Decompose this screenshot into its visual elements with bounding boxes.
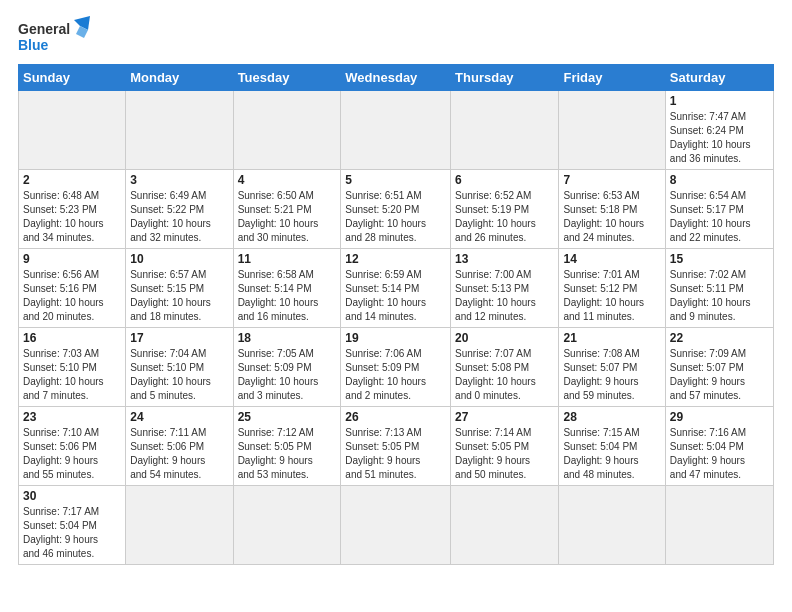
weekday-header-sunday: Sunday: [19, 65, 126, 91]
calendar-cell: 17Sunrise: 7:04 AM Sunset: 5:10 PM Dayli…: [126, 328, 233, 407]
day-info: Sunrise: 6:52 AM Sunset: 5:19 PM Dayligh…: [455, 189, 554, 245]
week-row-4: 23Sunrise: 7:10 AM Sunset: 5:06 PM Dayli…: [19, 407, 774, 486]
calendar-cell: 16Sunrise: 7:03 AM Sunset: 5:10 PM Dayli…: [19, 328, 126, 407]
day-number: 23: [23, 410, 121, 424]
calendar-cell: 25Sunrise: 7:12 AM Sunset: 5:05 PM Dayli…: [233, 407, 341, 486]
calendar-cell: [665, 486, 773, 565]
calendar-cell: 24Sunrise: 7:11 AM Sunset: 5:06 PM Dayli…: [126, 407, 233, 486]
weekday-header-saturday: Saturday: [665, 65, 773, 91]
calendar-cell: 21Sunrise: 7:08 AM Sunset: 5:07 PM Dayli…: [559, 328, 665, 407]
day-info: Sunrise: 6:58 AM Sunset: 5:14 PM Dayligh…: [238, 268, 337, 324]
calendar-cell: [451, 91, 559, 170]
weekday-header-friday: Friday: [559, 65, 665, 91]
svg-text:General: General: [18, 21, 70, 37]
day-info: Sunrise: 7:11 AM Sunset: 5:06 PM Dayligh…: [130, 426, 228, 482]
day-info: Sunrise: 6:51 AM Sunset: 5:20 PM Dayligh…: [345, 189, 446, 245]
day-info: Sunrise: 7:08 AM Sunset: 5:07 PM Dayligh…: [563, 347, 660, 403]
day-number: 26: [345, 410, 446, 424]
day-info: Sunrise: 6:53 AM Sunset: 5:18 PM Dayligh…: [563, 189, 660, 245]
day-info: Sunrise: 6:54 AM Sunset: 5:17 PM Dayligh…: [670, 189, 769, 245]
calendar-cell: [19, 91, 126, 170]
day-number: 20: [455, 331, 554, 345]
day-number: 29: [670, 410, 769, 424]
calendar-cell: 26Sunrise: 7:13 AM Sunset: 5:05 PM Dayli…: [341, 407, 451, 486]
day-info: Sunrise: 7:13 AM Sunset: 5:05 PM Dayligh…: [345, 426, 446, 482]
day-number: 14: [563, 252, 660, 266]
day-number: 4: [238, 173, 337, 187]
calendar-cell: 11Sunrise: 6:58 AM Sunset: 5:14 PM Dayli…: [233, 249, 341, 328]
calendar-cell: 20Sunrise: 7:07 AM Sunset: 5:08 PM Dayli…: [451, 328, 559, 407]
calendar-cell: 30Sunrise: 7:17 AM Sunset: 5:04 PM Dayli…: [19, 486, 126, 565]
day-number: 17: [130, 331, 228, 345]
calendar-cell: 23Sunrise: 7:10 AM Sunset: 5:06 PM Dayli…: [19, 407, 126, 486]
calendar-cell: 12Sunrise: 6:59 AM Sunset: 5:14 PM Dayli…: [341, 249, 451, 328]
weekday-header-tuesday: Tuesday: [233, 65, 341, 91]
calendar-cell: [233, 91, 341, 170]
day-info: Sunrise: 7:16 AM Sunset: 5:04 PM Dayligh…: [670, 426, 769, 482]
day-number: 21: [563, 331, 660, 345]
week-row-2: 9Sunrise: 6:56 AM Sunset: 5:16 PM Daylig…: [19, 249, 774, 328]
calendar-cell: 2Sunrise: 6:48 AM Sunset: 5:23 PM Daylig…: [19, 170, 126, 249]
weekday-header-row: SundayMondayTuesdayWednesdayThursdayFrid…: [19, 65, 774, 91]
day-info: Sunrise: 7:14 AM Sunset: 5:05 PM Dayligh…: [455, 426, 554, 482]
day-number: 1: [670, 94, 769, 108]
day-number: 16: [23, 331, 121, 345]
day-number: 6: [455, 173, 554, 187]
page: GeneralBlue SundayMondayTuesdayWednesday…: [0, 0, 792, 612]
svg-text:Blue: Blue: [18, 37, 49, 53]
calendar-cell: 10Sunrise: 6:57 AM Sunset: 5:15 PM Dayli…: [126, 249, 233, 328]
day-info: Sunrise: 6:48 AM Sunset: 5:23 PM Dayligh…: [23, 189, 121, 245]
day-info: Sunrise: 7:00 AM Sunset: 5:13 PM Dayligh…: [455, 268, 554, 324]
day-number: 25: [238, 410, 337, 424]
day-info: Sunrise: 7:01 AM Sunset: 5:12 PM Dayligh…: [563, 268, 660, 324]
day-info: Sunrise: 7:07 AM Sunset: 5:08 PM Dayligh…: [455, 347, 554, 403]
day-number: 24: [130, 410, 228, 424]
calendar-cell: 29Sunrise: 7:16 AM Sunset: 5:04 PM Dayli…: [665, 407, 773, 486]
calendar-cell: 27Sunrise: 7:14 AM Sunset: 5:05 PM Dayli…: [451, 407, 559, 486]
calendar-cell: 18Sunrise: 7:05 AM Sunset: 5:09 PM Dayli…: [233, 328, 341, 407]
weekday-header-thursday: Thursday: [451, 65, 559, 91]
weekday-header-wednesday: Wednesday: [341, 65, 451, 91]
calendar-cell: 5Sunrise: 6:51 AM Sunset: 5:20 PM Daylig…: [341, 170, 451, 249]
day-info: Sunrise: 7:12 AM Sunset: 5:05 PM Dayligh…: [238, 426, 337, 482]
day-info: Sunrise: 6:50 AM Sunset: 5:21 PM Dayligh…: [238, 189, 337, 245]
day-number: 5: [345, 173, 446, 187]
day-number: 30: [23, 489, 121, 503]
day-info: Sunrise: 7:06 AM Sunset: 5:09 PM Dayligh…: [345, 347, 446, 403]
day-info: Sunrise: 7:05 AM Sunset: 5:09 PM Dayligh…: [238, 347, 337, 403]
calendar-cell: 14Sunrise: 7:01 AM Sunset: 5:12 PM Dayli…: [559, 249, 665, 328]
day-info: Sunrise: 7:04 AM Sunset: 5:10 PM Dayligh…: [130, 347, 228, 403]
day-info: Sunrise: 7:09 AM Sunset: 5:07 PM Dayligh…: [670, 347, 769, 403]
day-number: 2: [23, 173, 121, 187]
day-info: Sunrise: 7:02 AM Sunset: 5:11 PM Dayligh…: [670, 268, 769, 324]
week-row-5: 30Sunrise: 7:17 AM Sunset: 5:04 PM Dayli…: [19, 486, 774, 565]
calendar-cell: [451, 486, 559, 565]
header-area: GeneralBlue: [18, 16, 774, 56]
day-info: Sunrise: 6:57 AM Sunset: 5:15 PM Dayligh…: [130, 268, 228, 324]
day-number: 19: [345, 331, 446, 345]
week-row-0: 1Sunrise: 7:47 AM Sunset: 6:24 PM Daylig…: [19, 91, 774, 170]
calendar-cell: 15Sunrise: 7:02 AM Sunset: 5:11 PM Dayli…: [665, 249, 773, 328]
day-number: 13: [455, 252, 554, 266]
day-number: 8: [670, 173, 769, 187]
day-info: Sunrise: 7:10 AM Sunset: 5:06 PM Dayligh…: [23, 426, 121, 482]
calendar-cell: [233, 486, 341, 565]
day-number: 3: [130, 173, 228, 187]
day-info: Sunrise: 6:49 AM Sunset: 5:22 PM Dayligh…: [130, 189, 228, 245]
logo: GeneralBlue: [18, 16, 98, 56]
day-number: 15: [670, 252, 769, 266]
day-info: Sunrise: 7:15 AM Sunset: 5:04 PM Dayligh…: [563, 426, 660, 482]
calendar-cell: [559, 486, 665, 565]
calendar-cell: 22Sunrise: 7:09 AM Sunset: 5:07 PM Dayli…: [665, 328, 773, 407]
day-info: Sunrise: 7:03 AM Sunset: 5:10 PM Dayligh…: [23, 347, 121, 403]
week-row-3: 16Sunrise: 7:03 AM Sunset: 5:10 PM Dayli…: [19, 328, 774, 407]
calendar-cell: 7Sunrise: 6:53 AM Sunset: 5:18 PM Daylig…: [559, 170, 665, 249]
calendar-table: SundayMondayTuesdayWednesdayThursdayFrid…: [18, 64, 774, 565]
calendar-cell: 8Sunrise: 6:54 AM Sunset: 5:17 PM Daylig…: [665, 170, 773, 249]
week-row-1: 2Sunrise: 6:48 AM Sunset: 5:23 PM Daylig…: [19, 170, 774, 249]
calendar-cell: 19Sunrise: 7:06 AM Sunset: 5:09 PM Dayli…: [341, 328, 451, 407]
calendar-cell: 4Sunrise: 6:50 AM Sunset: 5:21 PM Daylig…: [233, 170, 341, 249]
calendar-cell: 9Sunrise: 6:56 AM Sunset: 5:16 PM Daylig…: [19, 249, 126, 328]
calendar-cell: 3Sunrise: 6:49 AM Sunset: 5:22 PM Daylig…: [126, 170, 233, 249]
day-number: 10: [130, 252, 228, 266]
